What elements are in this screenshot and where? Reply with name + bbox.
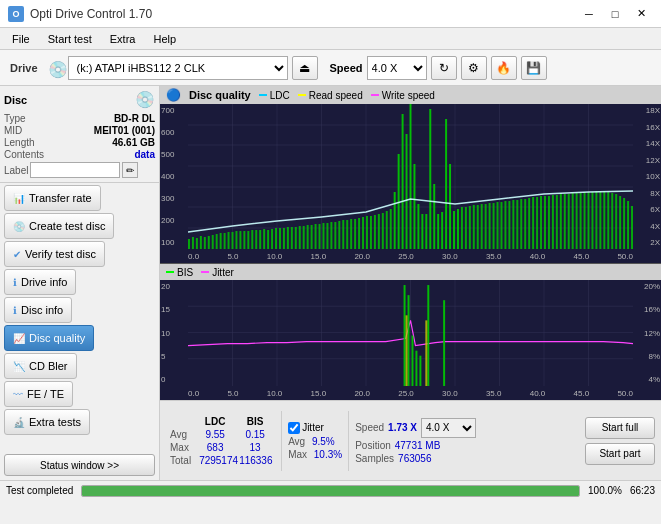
svg-rect-89	[481, 204, 483, 249]
svg-rect-28	[239, 231, 241, 249]
sidebar-item-cd-bler[interactable]: 📉 CD Bler	[4, 353, 77, 379]
minimize-button[interactable]: ─	[577, 4, 601, 24]
legend-write-speed-dot	[371, 94, 379, 96]
avg-ldc: 9.55	[195, 428, 235, 441]
menu-start-test[interactable]: Start test	[40, 31, 100, 47]
svg-rect-83	[457, 209, 459, 249]
start-part-button[interactable]: Start part	[585, 443, 655, 465]
sidebar-buttons-list: 📊 Transfer rate 💿 Create test disc ✔ Ver…	[0, 183, 159, 454]
svg-rect-64	[382, 213, 384, 249]
label-row: Label ✏	[4, 162, 155, 178]
disc-section-icon: 💿	[135, 90, 155, 109]
svg-rect-114	[580, 193, 582, 249]
sidebar-item-drive-info[interactable]: ℹ Drive info	[4, 269, 76, 295]
svg-rect-71	[410, 104, 412, 249]
y8x: 8X	[634, 189, 660, 198]
svg-rect-78	[437, 214, 439, 249]
transfer-rate-icon: 📊	[13, 193, 25, 204]
status-window-button[interactable]: Status window >>	[4, 454, 155, 476]
svg-rect-18	[200, 236, 202, 249]
sidebar-item-disc-quality[interactable]: 📈 Disc quality	[4, 325, 94, 351]
total-label: Total	[166, 454, 195, 467]
svg-rect-123	[615, 194, 617, 249]
sidebar-item-verify-test-disc[interactable]: ✔ Verify test disc	[4, 241, 105, 267]
menu-help[interactable]: Help	[145, 31, 184, 47]
cd-bler-icon: 📉	[13, 361, 25, 372]
speed-select-stats[interactable]: 4.0 X	[421, 418, 476, 438]
svg-rect-57	[354, 219, 356, 249]
svg-rect-116	[588, 192, 590, 249]
mid-row: MID MEIT01 (001)	[4, 125, 155, 136]
svg-rect-55	[346, 220, 348, 249]
length-row: Length 46.61 GB	[4, 137, 155, 148]
svg-rect-29	[243, 231, 245, 249]
svg-rect-96	[508, 201, 510, 249]
separator2	[348, 411, 349, 471]
svg-rect-31	[251, 230, 253, 249]
sidebar-item-disc-info[interactable]: ℹ Disc info	[4, 297, 72, 323]
label-edit-button[interactable]: ✏	[122, 162, 138, 178]
bis-header: BIS	[235, 415, 275, 428]
burn-button[interactable]: 🔥	[491, 56, 517, 80]
svg-rect-109	[560, 194, 562, 249]
svg-rect-85	[465, 207, 467, 249]
type-row: Type BD-R DL	[4, 113, 155, 124]
svg-rect-25	[228, 232, 230, 249]
sidebar-item-create-test-disc[interactable]: 💿 Create test disc	[4, 213, 114, 239]
svg-rect-17	[196, 238, 198, 249]
menu-extra[interactable]: Extra	[102, 31, 144, 47]
save-button[interactable]: 💾	[521, 56, 547, 80]
disc-quality-icon: 📈	[13, 333, 25, 344]
speed-label-text: Speed	[355, 422, 384, 433]
svg-rect-119	[599, 191, 601, 249]
label-input[interactable]	[30, 162, 120, 178]
jitter-checkbox[interactable]	[288, 422, 300, 434]
drive-select[interactable]: (k:) ATAPI iHBS112 2 CLK	[68, 56, 288, 80]
close-button[interactable]: ✕	[629, 4, 653, 24]
y4x: 4X	[634, 222, 660, 231]
refresh-button[interactable]: ↻	[431, 56, 457, 80]
contents-value: data	[134, 149, 155, 160]
sidebar-item-extra-tests[interactable]: 🔬 Extra tests	[4, 409, 90, 435]
start-full-button[interactable]: Start full	[585, 417, 655, 439]
svg-rect-20	[208, 236, 210, 249]
position-row: Position 47731 MB	[355, 440, 476, 451]
drive-label: Drive	[4, 62, 44, 74]
sidebar-item-transfer-rate[interactable]: 📊 Transfer rate	[4, 185, 101, 211]
svg-rect-102	[532, 197, 534, 249]
svg-rect-124	[619, 196, 621, 249]
total-bis: 116336	[235, 454, 275, 467]
svg-rect-107	[552, 195, 554, 249]
settings-button[interactable]: ⚙	[461, 56, 487, 80]
svg-rect-40	[287, 227, 289, 249]
svg-rect-58	[358, 218, 360, 249]
app-title: Opti Drive Control 1.70	[30, 7, 152, 21]
svg-rect-127	[631, 206, 633, 249]
svg-rect-125	[623, 198, 625, 249]
svg-rect-30	[247, 231, 249, 249]
eject-button[interactable]: ⏏	[292, 56, 318, 80]
y100: 100	[161, 238, 187, 247]
main-layout: Disc 💿 Type BD-R DL MID MEIT01 (001) Len…	[0, 86, 661, 480]
y300: 300	[161, 194, 187, 203]
sidebar-item-fe-te[interactable]: 〰 FE / TE	[4, 381, 73, 407]
bottom-chart: 20 15 10 5 0 20% 16% 12% 8% 4%	[160, 280, 661, 400]
speed-label: Speed	[330, 62, 363, 74]
y200: 200	[161, 216, 187, 225]
menu-file[interactable]: File	[4, 31, 38, 47]
maximize-button[interactable]: □	[603, 4, 627, 24]
speed-select[interactable]: 4.0 X	[367, 56, 427, 80]
svg-rect-94	[500, 202, 502, 249]
chart-title: Disc quality	[189, 89, 251, 101]
max-label: Max	[166, 441, 195, 454]
svg-rect-95	[504, 201, 506, 249]
svg-rect-19	[204, 237, 206, 249]
jitter-checkbox-label[interactable]: Jitter	[288, 422, 342, 434]
svg-rect-38	[279, 228, 281, 249]
elapsed-time: 66:23	[630, 485, 655, 496]
legend-write-speed: Write speed	[371, 90, 435, 101]
svg-rect-86	[469, 206, 471, 249]
svg-rect-126	[627, 201, 629, 249]
jitter-section: Jitter Avg 9.5% Max 10.3%	[288, 422, 342, 460]
svg-rect-108	[556, 195, 558, 249]
